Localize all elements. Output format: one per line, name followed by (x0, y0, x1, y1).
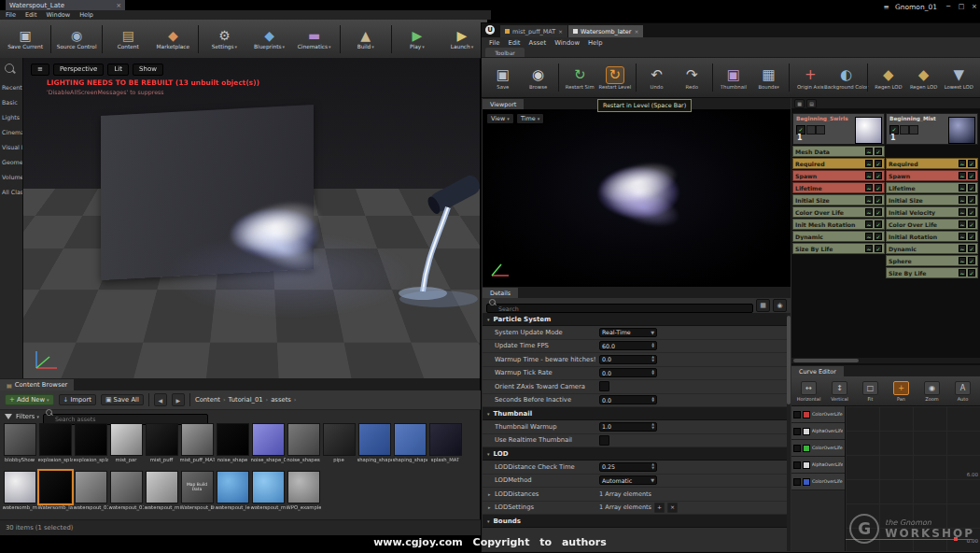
play-button[interactable]: ▶Play▾ (396, 29, 439, 50)
curve-icon[interactable]: ~ (959, 257, 966, 264)
module-enabled-checkbox[interactable]: ✓ (968, 257, 975, 264)
section-header-thumbnail[interactable]: ▾Thumbnail (483, 407, 791, 420)
thumbnail-button[interactable]: ▣Thumbnail (717, 66, 750, 90)
view-options-icon[interactable]: ◉ (773, 299, 787, 312)
curve-track-alphaoverlife[interactable]: AlphaOverLife (791, 423, 845, 440)
viewport-options-icon[interactable]: ≡ (31, 64, 49, 76)
zoom-button[interactable]: ◉Zoom (917, 381, 946, 402)
curve-icon[interactable]: ~ (865, 233, 873, 240)
content-button[interactable]: ▤Content (106, 29, 149, 50)
module-mesh-data[interactable]: Mesh Data~✓ (792, 146, 885, 157)
tab-curve-editor[interactable]: Curve Editor (791, 366, 844, 376)
module-enabled-checkbox[interactable]: ✓ (968, 269, 975, 276)
asset-item[interactable]: shaping_shapes (357, 423, 392, 471)
loddistance-check-time-input[interactable]: 0.25▲▼ (599, 462, 657, 472)
asset-item[interactable]: mist_puff (144, 423, 179, 471)
module-enabled-checkbox[interactable]: ✓ (968, 160, 975, 167)
list-view-icon[interactable]: ▤ (806, 99, 817, 108)
regen-lod-button[interactable]: ◆Regen LOD (907, 66, 941, 90)
curve-icon[interactable]: ~ (959, 233, 966, 240)
module-initial-rotation[interactable]: Initial Rotation~✓ (886, 231, 978, 242)
module-enabled-checkbox[interactable]: ✓ (875, 148, 882, 155)
marketplace-button[interactable]: ◆Marketplace (151, 29, 194, 50)
module-required[interactable]: Required~✓ (886, 158, 978, 169)
seconds-before-inactive-input[interactable]: 0.0▲▼ (599, 395, 657, 404)
module-enabled-checkbox[interactable]: ✓ (968, 220, 975, 228)
module-enabled-checkbox[interactable]: ✓ (875, 196, 882, 204)
save-button[interactable]: ▣Save (486, 66, 520, 90)
asset-item[interactable]: explosion_splat_MAT (73, 423, 108, 471)
asset-item[interactable]: explosion_splat (37, 423, 73, 471)
modes-item-all-clas[interactable]: All Clas (0, 185, 22, 200)
asset-item[interactable]: pipe (321, 423, 357, 471)
asset-item[interactable]: shaping_shapes_MAT (392, 423, 427, 471)
tab-viewport[interactable]: Viewport (483, 99, 524, 109)
cascade-preview-viewport[interactable]: View ▾ Time ▾ (483, 109, 791, 287)
main-menu-help[interactable]: Help (79, 11, 93, 19)
bounds-button[interactable]: ▦Bounds▾ (752, 66, 786, 90)
module-size-by-life[interactable]: Size By Life~✓ (792, 243, 885, 254)
update-time-fps-input[interactable]: 60.0▲▼ (599, 341, 657, 350)
lowest-lod-button[interactable]: ▼Lowest LOD (942, 66, 975, 90)
cascade-menu-edit[interactable]: Edit (508, 39, 520, 47)
add-new-button[interactable]: + Add New ▾ (5, 394, 54, 405)
curve-icon[interactable]: ~ (865, 220, 873, 228)
main-menu-window[interactable]: Window (46, 11, 70, 19)
cascade-menu-file[interactable]: File (489, 39, 499, 47)
asset-item[interactable]: noise_shape_01 (250, 423, 286, 471)
modes-item-visual-e[interactable]: Visual E (0, 140, 22, 155)
close-icon[interactable]: × (558, 28, 563, 35)
module-spawn[interactable]: Spawn~✓ (886, 170, 978, 181)
lodmethod-dropdown[interactable]: Automatic▼ (599, 475, 657, 485)
forward-button[interactable]: ▶ (172, 393, 185, 406)
close-icon[interactable]: × (116, 2, 121, 9)
module-color-over-life[interactable]: Color Over Life~✓ (792, 206, 885, 218)
track-visible-checkbox[interactable] (793, 478, 801, 486)
source-control-button[interactable]: ◉Source Control (55, 29, 98, 50)
module-lifetime[interactable]: Lifetime~✓ (886, 182, 978, 193)
orient-zaxis-toward-camera-checkbox[interactable] (599, 381, 609, 391)
asset-item[interactable]: Map Build DataWaterspout_BuiltData (179, 471, 215, 518)
curve-track-coloroverlife[interactable]: ColorOverLife (791, 406, 845, 423)
browse-button[interactable]: ◉Browse (522, 66, 555, 90)
background-color-button[interactable]: ◐Background Color (829, 66, 863, 90)
asset-item[interactable]: mist_par (108, 423, 144, 471)
module-enabled-checkbox[interactable]: ✓ (968, 233, 975, 240)
system-update-mode-dropdown[interactable]: Real-Time▼ (599, 328, 657, 337)
breadcrumb-assets[interactable]: assets (271, 396, 291, 404)
module-enabled-checkbox[interactable]: ✓ (968, 184, 975, 191)
module-enabled-checkbox[interactable]: ✓ (875, 184, 882, 191)
module-enabled-checkbox[interactable]: ✓ (968, 172, 975, 179)
asset-item[interactable]: waterspout_mat (144, 471, 179, 518)
cinematics-button[interactable]: ▬Cinematics▾ (293, 29, 336, 50)
render-mode-icon[interactable] (816, 125, 825, 135)
modes-item-lights[interactable]: Lights (0, 110, 22, 125)
curve-icon[interactable]: ~ (959, 196, 966, 204)
cascade-tab-mist-puff-mat[interactable]: mist_puff_MAT× (500, 25, 567, 37)
fit-button[interactable]: □Fit (856, 381, 885, 402)
curve-icon[interactable]: ~ (865, 196, 873, 204)
back-button[interactable]: ◀ (154, 393, 167, 406)
lit-mode-button[interactable]: Lit (107, 64, 129, 76)
restart-level-button[interactable]: ↻Restart Level (598, 66, 632, 90)
section-header-bounds[interactable]: ▾Bounds (483, 515, 791, 528)
module-enabled-checkbox[interactable]: ✓ (875, 160, 882, 167)
expander-icon[interactable]: ▸ (488, 491, 495, 497)
render-mode-icon[interactable] (909, 125, 918, 135)
auto-button[interactable]: AAuto (948, 381, 977, 402)
module-lifetime[interactable]: Lifetime~✓ (792, 182, 885, 193)
close-button[interactable]: × (969, 2, 980, 11)
vertical-button[interactable]: ↕Vertical (825, 381, 854, 402)
asset-item[interactable]: waterspout_mist (250, 471, 286, 518)
modes-item-volume[interactable]: Volume (0, 170, 22, 185)
regen-lod-button[interactable]: ◆Regen LOD (872, 66, 905, 90)
curve-icon[interactable]: ~ (959, 160, 966, 167)
cascade-menu-asset[interactable]: Asset (529, 39, 547, 47)
search-icon[interactable] (5, 64, 14, 73)
origin-axis-button[interactable]: +Origin Axis (793, 66, 827, 90)
restart-sim-button[interactable]: ↻Restart Sim (563, 66, 596, 90)
section-header-lod[interactable]: ▾LOD (483, 447, 791, 461)
curve-icon[interactable]: ~ (959, 172, 966, 179)
filter-icon[interactable] (5, 414, 12, 419)
expander-icon[interactable]: ▸ (488, 504, 495, 510)
